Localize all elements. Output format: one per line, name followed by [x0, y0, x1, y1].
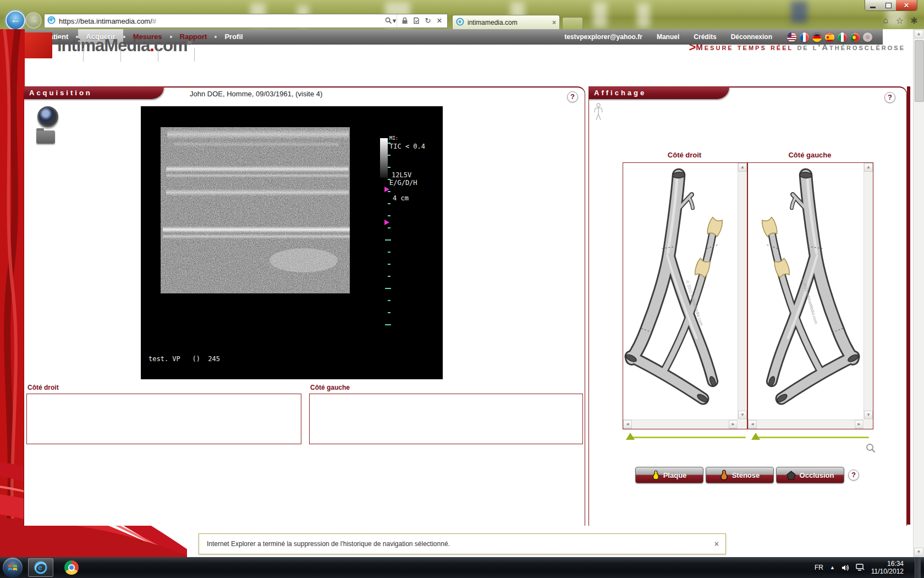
header-separator: [158, 48, 158, 62]
browser-tab[interactable]: e intimamedia.com ×: [452, 15, 560, 30]
clock-date: 11/10/2012: [871, 568, 904, 575]
ie-notification-bar: Internet Explorer a terminé la suppressi…: [199, 533, 726, 554]
refresh-icon[interactable]: ↻: [424, 17, 432, 25]
diagram-hscrollbar[interactable]: ◄ ►: [748, 419, 864, 429]
user-email[interactable]: testvpexplorer@yahoo.fr: [564, 33, 642, 41]
ultrasound-image[interactable]: MI: TIC < 0.4 12L5V E/G/D/H 4 cm test. V…: [141, 106, 443, 379]
scrollbar-corner: [738, 420, 747, 429]
volume-icon[interactable]: [842, 564, 849, 571]
camera-capture-icon[interactable]: [37, 106, 58, 127]
search-dropdown-icon[interactable]: ▾: [392, 17, 397, 25]
acquisition-help-icon[interactable]: ?: [567, 91, 578, 102]
legend-help-icon[interactable]: ?: [848, 470, 859, 481]
compatibility-view-icon[interactable]: [413, 17, 420, 25]
affichage-help-icon[interactable]: ?: [884, 92, 895, 103]
page-vscrollbar[interactable]: ▲ ▼: [913, 29, 924, 557]
web-page: intimaMedia.com® >Mesure temps réel de l…: [0, 29, 924, 557]
flag-de-icon[interactable]: [812, 32, 822, 42]
scroll-left-icon[interactable]: ◄: [623, 420, 632, 429]
carotid-artery-drawing: © 2011 intimaMedia.com: [748, 163, 861, 418]
show-desktop-button[interactable]: [915, 557, 921, 578]
start-button[interactable]: [3, 558, 23, 577]
taskbar-clock[interactable]: 16:34 11/10/2012: [871, 560, 908, 575]
nav-item-deconnexion[interactable]: Déconnexion: [731, 33, 772, 41]
slider-handle[interactable]: [626, 433, 635, 440]
minimize-button[interactable]: [865, 0, 881, 10]
logo-tld: com: [154, 36, 188, 55]
diagram-vscrollbar[interactable]: ▲ ▼: [738, 163, 747, 419]
flag-us-icon[interactable]: [787, 32, 797, 42]
flag-disabled-icon: [862, 32, 873, 42]
occlusion-pentagon-icon: [787, 471, 796, 480]
nav-item-profil[interactable]: Profil: [217, 29, 250, 45]
nav-item-manuel[interactable]: Manuel: [657, 33, 679, 41]
scrollbar-corner: [864, 420, 873, 429]
slider-handle[interactable]: [751, 433, 760, 440]
flag-pt-icon[interactable]: [850, 32, 860, 42]
close-button[interactable]: ✕: [896, 0, 917, 10]
scroll-up-icon[interactable]: ▲: [738, 163, 747, 172]
stop-icon[interactable]: ✕: [436, 17, 443, 25]
scroll-thumb[interactable]: [915, 40, 924, 102]
network-icon[interactable]: [856, 564, 865, 571]
flag-es-icon[interactable]: [824, 32, 835, 42]
occlusion-button[interactable]: Occlusion: [776, 467, 844, 483]
tab-close-icon[interactable]: ×: [552, 19, 556, 26]
diagram-vscrollbar[interactable]: ▲ ▼: [864, 163, 873, 419]
window-controls: ✕: [865, 0, 917, 11]
flag-it-icon[interactable]: [837, 32, 848, 42]
settings-gear-icon[interactable]: ✱: [909, 15, 920, 25]
slider-track[interactable]: [630, 437, 746, 438]
flag-fr-icon[interactable]: [799, 32, 810, 42]
favorites-star-icon[interactable]: ☆: [894, 15, 905, 25]
acq-right-results-box[interactable]: [309, 394, 583, 444]
notification-close-icon[interactable]: ×: [714, 539, 725, 548]
scroll-left-icon[interactable]: ◄: [748, 420, 757, 429]
carotid-diagram-left-side[interactable]: © 2011 intimaMedia.com ▲ ▼ ◄ ►: [747, 162, 873, 429]
nav-item-credits[interactable]: Crédits: [694, 33, 716, 41]
plaque-button[interactable]: Plaque: [635, 467, 703, 483]
back-button[interactable]: ←: [6, 10, 25, 30]
us-mi-label: MI:: [389, 135, 398, 141]
site-logo[interactable]: intimaMedia.com®: [57, 36, 192, 56]
search-icon[interactable]: [384, 17, 392, 25]
slider-track[interactable]: [756, 437, 869, 438]
desktop-icon-blur: [637, 3, 650, 28]
taskbar-ie-button[interactable]: e: [28, 558, 53, 577]
stenose-button[interactable]: Sténose: [706, 467, 774, 483]
header-separator: [83, 48, 84, 62]
forward-button[interactable]: →: [25, 12, 42, 29]
tagline-red-text: Mesure temps réel: [696, 42, 793, 52]
language-indicator[interactable]: FR: [815, 564, 823, 571]
diagram-hscrollbar[interactable]: ◄ ►: [623, 419, 738, 429]
scroll-up-icon[interactable]: ▲: [864, 163, 873, 172]
restore-button[interactable]: [881, 0, 896, 10]
acq-left-results-box[interactable]: [26, 394, 301, 444]
security-lock-icon[interactable]: [401, 17, 409, 25]
taskbar-chrome-button[interactable]: [59, 558, 84, 577]
home-icon[interactable]: ⌂: [880, 15, 891, 25]
scroll-right-icon[interactable]: ►: [729, 420, 738, 429]
zoom-slider-right-side[interactable]: [626, 435, 746, 440]
stenose-blob-icon: [720, 470, 728, 481]
scroll-down-icon[interactable]: ▼: [864, 411, 873, 419]
scroll-up-icon[interactable]: ▲: [914, 30, 923, 39]
scroll-down-icon[interactable]: ▼: [914, 548, 923, 557]
new-tab-button[interactable]: [562, 17, 583, 29]
us-footer-label: test. VP () 245: [148, 355, 220, 363]
browser-chrome: ← → e https://beta.intimamedia.com/# ▾ ↻…: [0, 0, 924, 30]
tab-title: intimamedia.com: [468, 19, 552, 26]
zoom-slider-left-side[interactable]: [751, 435, 869, 440]
scroll-down-icon[interactable]: ▼: [738, 411, 747, 419]
hidden-icons-arrow[interactable]: ▲: [830, 565, 835, 570]
url-text[interactable]: https://beta.intimamedia.com/#: [59, 17, 384, 25]
logo-registered-mark: ®: [188, 40, 192, 46]
header-separator: [194, 48, 195, 62]
address-bar[interactable]: e https://beta.intimamedia.com/# ▾ ↻ ✕: [44, 14, 448, 28]
scroll-right-icon[interactable]: ►: [855, 420, 864, 429]
folder-open-icon[interactable]: [36, 130, 55, 144]
magnifier-icon[interactable]: [866, 443, 876, 453]
chrome-icon: [64, 560, 79, 575]
plaque-button-label: Plaque: [663, 471, 687, 479]
carotid-diagram-right-side[interactable]: © 2011 intimaMedia.com ▲ ▼ ◄ ►: [623, 162, 747, 429]
